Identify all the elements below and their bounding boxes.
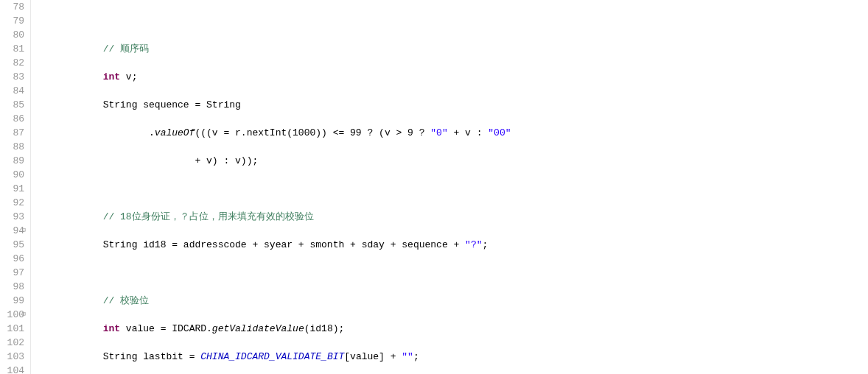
line-number: 86 [6, 112, 24, 126]
code-line[interactable]: String lastbit = CHINA_IDCARD_VALIDATE_B… [34, 350, 868, 364]
line-number: 91 [6, 182, 24, 196]
fold-icon[interactable]: ⊟ [22, 308, 26, 322]
code-line[interactable]: // 顺序码 [34, 42, 868, 56]
line-number: 84 [6, 84, 24, 98]
line-number: 90 [6, 168, 24, 182]
code-line[interactable] [34, 182, 868, 196]
code-line[interactable] [34, 14, 868, 28]
fold-icon[interactable]: ⊟ [22, 224, 26, 238]
line-number: 98 [6, 280, 24, 294]
code-line[interactable]: String id18 = addresscode + syear + smon… [34, 238, 868, 252]
line-number: 79 [6, 14, 24, 28]
line-number: 87 [6, 126, 24, 140]
line-number: 80 [6, 28, 24, 42]
line-number: 104 [6, 364, 24, 374]
line-number: 94⊟ [6, 224, 24, 238]
line-number: 83 [6, 70, 24, 84]
line-number: 88 [6, 140, 24, 154]
line-number: 89 [6, 154, 24, 168]
line-number: 96 [6, 252, 24, 266]
line-number: 100⊟ [6, 308, 24, 322]
code-line[interactable]: // 18位身份证，？占位，用来填充有效的校验位 [34, 210, 868, 224]
line-number-gutter: 78 79 80 81 82 83 84 85 86 87 88 89 90 9… [0, 0, 31, 374]
line-number: 82 [6, 56, 24, 70]
code-line[interactable]: int value = IDCARD.getValidateValue(id18… [34, 322, 868, 336]
code-line[interactable]: + v) : v)); [34, 154, 868, 168]
code-editor[interactable]: // 顺序码 int v; String sequence = String .… [31, 0, 868, 374]
line-number: 103 [6, 350, 24, 364]
line-number: 102 [6, 336, 24, 350]
code-line[interactable] [34, 266, 868, 280]
line-number: 92 [6, 196, 24, 210]
line-number: 97 [6, 266, 24, 280]
line-number: 85 [6, 98, 24, 112]
code-line[interactable]: int v; [34, 70, 868, 84]
code-line[interactable]: String sequence = String [34, 98, 868, 112]
line-number: 93 [6, 210, 24, 224]
line-number: 81 [6, 42, 24, 56]
line-number: 99 [6, 294, 24, 308]
code-line[interactable]: // 校验位 [34, 294, 868, 308]
line-number: 95 [6, 238, 24, 252]
line-number: 101 [6, 322, 24, 336]
code-line[interactable]: .valueOf(((v = r.nextInt(1000)) <= 99 ? … [34, 126, 868, 140]
line-number: 78 [6, 0, 24, 14]
